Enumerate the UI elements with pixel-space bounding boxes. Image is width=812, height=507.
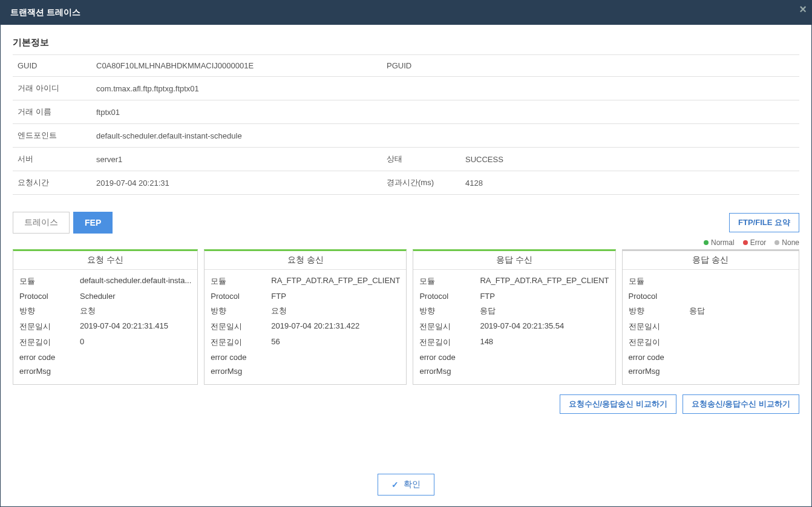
card-field-label: errorMsg	[19, 367, 80, 376]
reqtime-value: 2019-07-04 20:21:31	[91, 171, 382, 195]
card-field-label: 방향	[629, 306, 689, 316]
card-field-label: error code	[211, 353, 271, 362]
card-field-value	[271, 353, 400, 362]
card-field-label: 전문일시	[19, 321, 80, 332]
card-field-value	[480, 367, 609, 376]
transaction-trace-modal: 트랜잭션 트레이스 × 기본정보 GUID C0A80F10LMLHNABHDK…	[0, 0, 812, 507]
endpoint-value: default-scheduler.default-instant-schedu…	[91, 124, 799, 148]
message-card[interactable]: 응답 송신모듈Protocol방향응답전문일시전문길이error codeerr…	[622, 249, 799, 385]
card-row-error-msg: errorMsg	[211, 364, 400, 378]
card-field-value	[689, 337, 793, 348]
card-row-protocol: ProtocolFTP	[419, 289, 609, 303]
card-field-value: 148	[480, 337, 609, 348]
card-field-value: 56	[271, 337, 400, 348]
reqtime-label: 요청시간	[13, 171, 91, 195]
card-field-value: 2019-07-04 20:21:31.422	[271, 321, 400, 332]
card-field-value	[80, 367, 191, 376]
card-field-label: 전문길이	[211, 337, 271, 348]
card-field-label: errorMsg	[419, 367, 480, 376]
card-body: 모듈default-scheduler.default-insta...Prot…	[13, 270, 197, 384]
card-field-label: error code	[19, 353, 80, 362]
message-card[interactable]: 요청 수신모듈default-scheduler.default-insta..…	[13, 249, 198, 385]
card-body: 모듈Protocol방향응답전문일시전문길이error codeerrorMsg	[623, 270, 799, 384]
card-row-error-code: error code	[19, 350, 191, 364]
pguid-label: PGUID	[382, 55, 460, 77]
card-field-value: Scheduler	[80, 292, 191, 301]
compare-req-send-resp-recv-button[interactable]: 요청송신/응답수신 비교하기	[683, 394, 799, 414]
card-field-value: 0	[80, 337, 191, 348]
card-row-module: 모듈RA_FTP_ADT.RA_FTP_EP_CLIENT	[419, 273, 609, 289]
card-field-value: RA_FTP_ADT.RA_FTP_EP_CLIENT	[480, 276, 609, 287]
txn-id-label: 거래 아이디	[13, 77, 91, 100]
card-field-label: 방향	[419, 306, 480, 316]
card-row-module: 모듈	[629, 273, 793, 289]
modal-header: 트랜잭션 트레이스 ×	[1, 1, 811, 25]
card-title: 요청 수신	[13, 251, 197, 270]
card-row-error-msg: errorMsg	[629, 364, 793, 378]
card-row-error-code: error code	[419, 350, 609, 364]
card-row-timestamp: 전문일시	[629, 319, 793, 335]
card-row-error-msg: errorMsg	[419, 364, 609, 378]
confirm-button[interactable]: ✓ 확인	[378, 474, 434, 496]
card-field-label: Protocol	[629, 292, 689, 301]
txn-name-label: 거래 이름	[13, 100, 91, 124]
card-title: 응답 송신	[623, 251, 799, 270]
card-field-label: 전문길이	[629, 337, 689, 348]
tabs: 트레이스 FEP	[13, 212, 113, 234]
card-field-value: default-scheduler.default-insta...	[80, 276, 191, 287]
txn-name-value: ftptx01	[91, 100, 799, 124]
card-field-value: FTP	[480, 292, 609, 301]
card-row-length: 전문길이0	[19, 335, 191, 350]
card-field-label: Protocol	[419, 292, 480, 301]
modal-body: 기본정보 GUID C0A80F10LMLHNABHDKMMACIJ000000…	[1, 25, 811, 463]
card-field-value	[689, 353, 793, 362]
card-field-label: errorMsg	[211, 367, 271, 376]
modal-footer: ✓ 확인	[1, 463, 811, 506]
card-row-timestamp: 전문일시2019-07-04 20:21:31.422	[211, 319, 400, 335]
ftp-file-summary-button[interactable]: FTP/FILE 요약	[729, 213, 799, 232]
tab-fep[interactable]: FEP	[73, 212, 113, 234]
card-field-label: error code	[419, 353, 480, 362]
card-field-label: 모듈	[629, 276, 689, 287]
message-card[interactable]: 응답 수신모듈RA_FTP_ADT.RA_FTP_EP_CLIENTProtoc…	[413, 249, 615, 385]
server-label: 서버	[13, 148, 91, 171]
card-row-length: 전문길이56	[211, 335, 400, 350]
card-field-label: Protocol	[211, 292, 271, 301]
close-icon[interactable]: ×	[799, 3, 807, 15]
card-field-value	[689, 292, 793, 301]
server-value: server1	[91, 148, 382, 171]
modal-title: 트랜잭션 트레이스	[10, 7, 80, 18]
card-field-value	[689, 321, 793, 332]
card-field-value: 2019-07-04 20:21:35.54	[480, 321, 609, 332]
card-row-timestamp: 전문일시2019-07-04 20:21:35.54	[419, 319, 609, 335]
status-value: SUCCESS	[460, 148, 799, 171]
card-row-length: 전문길이	[629, 335, 793, 350]
tab-trace[interactable]: 트레이스	[13, 212, 70, 234]
card-field-label: 모듈	[211, 276, 271, 287]
card-field-label: error code	[629, 353, 689, 362]
card-field-value	[271, 367, 400, 376]
card-field-label: 모듈	[19, 276, 80, 287]
card-row-protocol: ProtocolFTP	[211, 289, 400, 303]
message-cards: 요청 수신모듈default-scheduler.default-insta..…	[13, 249, 799, 385]
card-row-protocol: ProtocolScheduler	[19, 289, 191, 303]
card-field-value: 요청	[80, 306, 191, 316]
card-body: 모듈RA_FTP_ADT.RA_FTP_EP_CLIENTProtocolFTP…	[205, 270, 406, 384]
card-row-error-code: error code	[629, 350, 793, 364]
legend-error: Error	[743, 238, 767, 247]
card-field-value	[80, 353, 191, 362]
compare-buttons-row: 요청수신/응답송신 비교하기 요청송신/응답수신 비교하기	[13, 394, 799, 414]
compare-req-recv-resp-send-button[interactable]: 요청수신/응답송신 비교하기	[560, 394, 676, 414]
section-basic-info-title: 기본정보	[13, 37, 799, 48]
pguid-value	[460, 55, 799, 77]
guid-value: C0A80F10LMLHNABHDKMMACIJ0000001E	[91, 55, 382, 77]
card-field-value: 2019-07-04 20:21:31.415	[80, 321, 191, 332]
card-field-label: 전문길이	[419, 337, 480, 348]
card-field-value	[689, 276, 793, 287]
message-card[interactable]: 요청 송신모듈RA_FTP_ADT.RA_FTP_EP_CLIENTProtoc…	[204, 249, 407, 385]
card-field-label: 방향	[19, 306, 80, 316]
card-field-label: 전문길이	[19, 337, 80, 348]
guid-label: GUID	[13, 55, 91, 77]
card-row-direction: 방향응답	[629, 303, 793, 319]
card-field-label: 모듈	[419, 276, 480, 287]
